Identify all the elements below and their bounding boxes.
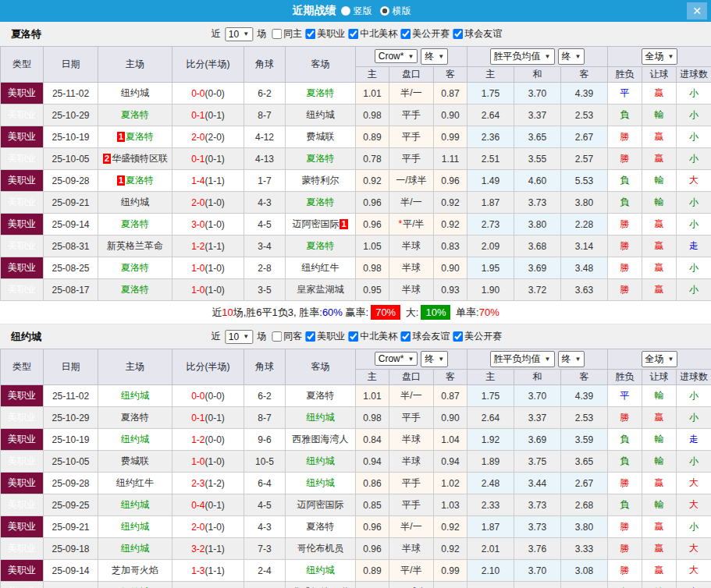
away-team-cell: 哥伦布机员 (286, 538, 356, 560)
handicap-home-odds: 1.01 (356, 83, 389, 104)
same-venue-filter-checkbox[interactable] (272, 29, 282, 39)
home-team-name: 纽约城 (121, 197, 149, 207)
odds-company-select[interactable]: Crow*▼ (375, 49, 418, 63)
match-scope-select[interactable]: 全场▼ (642, 48, 678, 65)
away-team-cell: 纽约城 (286, 407, 356, 429)
score-cell: 0-0(0-0) (172, 83, 244, 104)
close-icon[interactable]: ✕ (687, 2, 707, 19)
euro-time-select[interactable]: 终▼ (558, 351, 585, 367)
league-filter[interactable]: 中北美杯 (348, 27, 397, 41)
halftime-score: (0-1) (205, 154, 225, 165)
result-handicap: 贏 (642, 148, 677, 170)
handicap-away-odds: 0.92 (434, 192, 467, 214)
league-filter[interactable]: 美职业 (305, 27, 345, 41)
odds-time-select[interactable]: 终▼ (421, 351, 448, 367)
corner-cell: 9-2 (244, 582, 286, 588)
team-name: 夏洛特 (11, 27, 41, 41)
radio-vertical-layout[interactable]: 竖版 (341, 5, 372, 18)
away-team-cell: 夏洛特 (286, 192, 356, 214)
same-venue-filter[interactable]: 同客 (272, 330, 302, 343)
corner-cell: 4-3 (244, 516, 286, 538)
away-team-name: 皇家盐湖城 (297, 284, 344, 295)
league-filter-checkbox[interactable] (453, 29, 463, 39)
odds-home: 1.49 (467, 170, 514, 192)
odds-away: 3.08 (561, 560, 608, 582)
date-cell: 25-08-31 (44, 236, 98, 257)
league-filter-checkbox[interactable] (453, 331, 463, 342)
same-venue-filter[interactable]: 同主 (272, 27, 302, 41)
league-type-cell: 美职业 (1, 385, 44, 407)
same-venue-filter-checkbox[interactable] (272, 331, 282, 342)
chevron-down-icon: ▼ (668, 53, 674, 60)
team-section: 夏洛特近10▼场同主美职业中北美杯美公开赛球会友谊类型日期主场比分(半场)角球客… (0, 22, 711, 324)
away-team-name: 西雅图海湾人 (293, 434, 349, 445)
handicap-away-odds: 0.99 (434, 560, 467, 582)
result-goals: 小 (677, 407, 711, 429)
handicap-line: 平手 (389, 126, 434, 148)
halftime-score: (0-0) (205, 391, 225, 402)
league-filter-checkbox[interactable] (400, 29, 411, 39)
recent-results-window: 近期战绩 竖版 横版 ✕ 夏洛特近10▼场同主美职业中北美杯美公开赛球会友谊类型… (0, 0, 711, 588)
home-team-name: 费城联 (121, 455, 149, 466)
subcolumn-header: 让球 (642, 370, 677, 385)
odds-away: 2.53 (561, 407, 608, 429)
fulltime-score: 1-4 (191, 175, 204, 186)
subcolumn-header: 胜负 (608, 67, 642, 83)
home-team-cell: 纽约城 (98, 516, 172, 538)
score-cell: 3-0(1-0) (172, 214, 244, 236)
league-filter-checkbox[interactable] (305, 331, 315, 342)
radio-vertical-label: 竖版 (354, 5, 372, 18)
euro-time-select[interactable]: 终▼ (558, 48, 585, 65)
handicap-home-odds: 1.05 (356, 236, 389, 257)
games-count-select[interactable]: 10▼ (225, 330, 253, 344)
away-team-cell: 夏洛特 (286, 148, 356, 170)
subcolumn-header: 胜负 (608, 370, 642, 385)
result-outcome: 負 (608, 192, 642, 214)
league-filter[interactable]: 中北美杯 (348, 330, 397, 343)
fulltime-score: 2-0 (191, 132, 204, 143)
odds-time-select[interactable]: 终▼ (421, 48, 448, 65)
team-name: 纽约城 (11, 330, 41, 344)
away-team-name: 迈阿密国际 (297, 499, 344, 510)
odds-draw: 3.69 (514, 257, 561, 279)
rank-badge: 1 (117, 175, 125, 186)
table-row: 美职业25-10-191夏洛特2-0(2-0)4-12费城联0.89平手0.99… (1, 126, 711, 148)
league-filter-label: 球会友谊 (412, 330, 450, 343)
odds-away: 3.48 (561, 257, 608, 279)
subcolumn-header: 和 (514, 370, 561, 385)
league-type-cell: 美职业 (1, 214, 44, 236)
away-team-cell: 华盛顿特区联 (286, 582, 356, 588)
away-team-cell: 纽约城 (286, 560, 356, 582)
league-filter[interactable]: 美公开赛 (400, 27, 450, 41)
radio-horizontal-layout[interactable]: 横版 (380, 5, 411, 18)
league-filter-checkbox[interactable] (305, 29, 315, 39)
league-filter[interactable]: 球会友谊 (453, 27, 502, 41)
corner-cell: 4-3 (244, 192, 286, 214)
match-scope-select[interactable]: 全场▼ (642, 351, 678, 367)
league-filter-checkbox[interactable] (348, 331, 358, 342)
euro-odds-select[interactable]: 胜平负均值▼ (490, 351, 555, 367)
home-team-cell: 新英格兰革命 (98, 236, 172, 257)
result-outcome: 負 (608, 451, 642, 473)
home-team-cell: 纽约城 (98, 83, 172, 104)
odds-draw: 3.65 (514, 126, 561, 148)
league-type-cell: 美职业 (1, 236, 44, 257)
result-outcome: 負 (608, 582, 642, 588)
handicap-line-value: 半/一 (400, 87, 421, 98)
odds-away: 2.53 (561, 104, 608, 126)
euro-odds-select[interactable]: 胜平负均值▼ (490, 48, 555, 65)
league-filter[interactable]: 美职业 (305, 330, 345, 343)
games-count-select[interactable]: 10▼ (225, 27, 253, 41)
odds-draw: 3.70 (514, 560, 561, 582)
halftime-score: (0-0) (205, 88, 225, 99)
league-filter-checkbox[interactable] (348, 29, 358, 39)
league-filter[interactable]: 美公开赛 (453, 330, 502, 343)
league-filter[interactable]: 球会友谊 (400, 330, 450, 343)
odds-company-select[interactable]: Crow*▼ (375, 352, 418, 366)
league-filter-checkbox[interactable] (400, 331, 411, 342)
odds-draw: 3.68 (514, 236, 561, 257)
league-filter-label: 美公开赛 (412, 27, 450, 41)
corner-cell: 2-8 (244, 257, 286, 279)
chevron-down-icon: ▼ (545, 53, 551, 60)
home-team-name: 夏洛特 (121, 412, 149, 423)
